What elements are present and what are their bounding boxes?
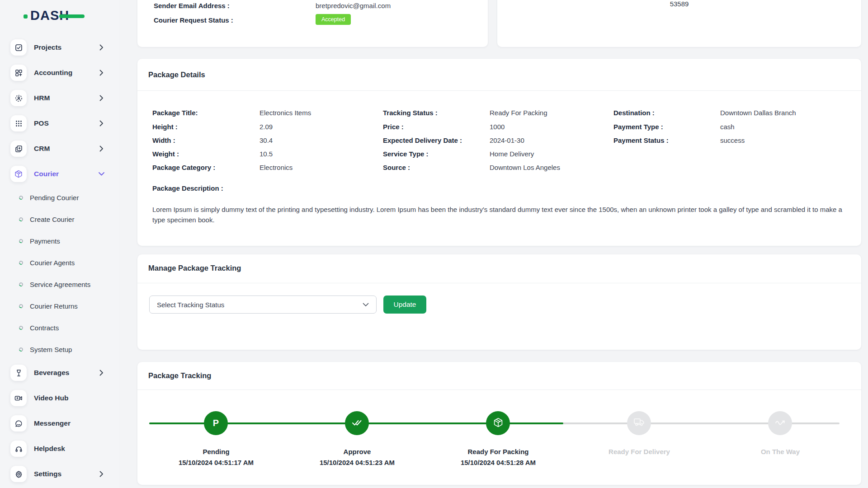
sidebar-subitem-label: Courier Agents	[30, 259, 75, 267]
divider	[137, 389, 861, 390]
field-label: Payment Type :	[613, 123, 663, 131]
timeline-step-circle	[486, 411, 510, 435]
sidebar-item-settings[interactable]: Settings	[0, 461, 119, 487]
double-check-icon	[352, 418, 362, 428]
field-label: Package Title:	[152, 109, 198, 117]
request-status-label: Courier Request Status :	[154, 16, 233, 24]
field-value: Home Delivery	[490, 150, 534, 158]
package-icon	[10, 166, 27, 182]
field-value: 30.4	[259, 136, 273, 144]
field-value: Downtown Los Angeles	[490, 164, 560, 171]
barcode-card: 53589	[497, 0, 861, 47]
bullet-icon	[19, 347, 24, 352]
sidebar-item-pos[interactable]: POS	[0, 111, 119, 136]
headphones-icon	[10, 441, 27, 457]
truck-icon	[634, 418, 645, 428]
package-icon	[493, 418, 503, 429]
divider	[137, 283, 861, 283]
sidebar-item-hrm[interactable]: HRM	[0, 85, 119, 111]
widgets-icon	[10, 65, 27, 81]
divider	[137, 90, 861, 91]
sidebar-subitem-courier-agents[interactable]: Courier Agents	[0, 252, 119, 273]
timeline-step-timestamp: 15/10/2024 04:51:28 AM	[444, 459, 552, 466]
manage-tracking-card: Manage Package Tracking Select Tracking …	[137, 254, 861, 350]
video-camera-icon	[10, 390, 27, 406]
field-value: Downtown Dallas Branch	[720, 109, 796, 117]
field-label: Height :	[152, 123, 178, 131]
brand-logo[interactable]: DASH	[30, 8, 69, 25]
tracking-status-select[interactable]: Select Tracking Status	[149, 296, 377, 314]
letter-p-icon: P	[213, 418, 219, 428]
timeline-step-label: Pending	[162, 448, 270, 455]
sidebar-item-helpdesk[interactable]: Helpdesk	[0, 436, 119, 461]
field-label: Price :	[383, 123, 404, 131]
sidebar-subitem-label: Pending Courier	[30, 194, 79, 202]
sidebar-subitem-courier-returns[interactable]: Courier Returns	[0, 295, 119, 317]
chevron-right-icon	[99, 95, 104, 101]
timeline-step-circle	[345, 411, 369, 435]
chevron-right-icon	[99, 70, 104, 76]
timeline-step-circle	[768, 411, 792, 435]
sidebar-item-label: Courier	[34, 170, 59, 178]
bullet-icon	[19, 195, 24, 200]
field-label: Expected Delivery Date :	[383, 136, 462, 144]
sidebar-subitem-label: Courier Returns	[30, 302, 78, 310]
package-details-card: Package Details Package Title: Electroni…	[137, 59, 861, 246]
bullet-icon	[19, 325, 24, 330]
sidebar-item-messenger[interactable]: Messenger	[0, 411, 119, 436]
chevron-right-icon	[99, 44, 104, 51]
package-tracking-card: Package Tracking P Pending 15/10/2024 04…	[137, 362, 861, 485]
bullet-icon	[19, 303, 24, 309]
wine-glass-icon	[10, 365, 27, 381]
timeline-step-label: Approve	[303, 448, 411, 455]
bullet-icon	[19, 260, 24, 265]
package-tracking-title: Package Tracking	[148, 371, 211, 380]
gear-icon	[10, 466, 27, 482]
sidebar: DASH Projects Accounting HRM	[0, 0, 119, 488]
sidebar-item-label: Settings	[34, 470, 61, 478]
field-label: Width :	[152, 136, 175, 144]
field-label: Service Type :	[383, 150, 429, 158]
chevron-right-icon	[99, 370, 104, 376]
field-value: 2024-01-30	[490, 136, 524, 144]
sidebar-item-projects[interactable]: Projects	[0, 35, 119, 60]
sidebar-item-accounting[interactable]: Accounting	[0, 60, 119, 85]
sidebar-item-crm[interactable]: CRM	[0, 136, 119, 161]
timeline-step-circle: P	[204, 411, 228, 435]
timeline-step-timestamp: 15/10/2024 04:51:23 AM	[303, 459, 411, 466]
sidebar-subitem-create-courier[interactable]: Create Courier	[0, 208, 119, 230]
sidebar-item-courier[interactable]: Courier	[0, 161, 119, 187]
sidebar-subitem-service-agreements[interactable]: Service Agreements	[0, 273, 119, 295]
manage-tracking-title: Manage Package Tracking	[148, 264, 241, 272]
sidebar-item-beverages[interactable]: Beverages	[0, 360, 119, 385]
sidebar-subitem-label: Payments	[30, 237, 60, 245]
sidebar-item-label: Beverages	[34, 369, 69, 377]
field-label: Payment Status :	[613, 136, 669, 144]
barcode-number: 53589	[497, 0, 861, 8]
sidebar-subitem-pending-courier[interactable]: Pending Courier	[0, 187, 119, 208]
sidebar-item-label: CRM	[34, 145, 50, 153]
field-value: cash	[720, 123, 735, 131]
sidebar-subitem-label: Contracts	[30, 324, 59, 332]
sidebar-item-label: HRM	[34, 94, 50, 102]
field-value: 2.09	[259, 123, 273, 131]
sidebar-subitem-label: Create Courier	[30, 216, 74, 223]
chevron-right-icon	[99, 145, 104, 152]
timeline-step-circle	[627, 411, 651, 435]
sidebar-item-label: Helpdesk	[34, 445, 65, 453]
sidebar-item-label: Video Hub	[34, 394, 68, 402]
sidebar-item-video-hub[interactable]: Video Hub	[0, 385, 119, 411]
sidebar-nav: Projects Accounting HRM POS	[0, 35, 119, 487]
field-value: 1000	[490, 123, 505, 131]
sender-email-label: Sender Email Address :	[154, 2, 230, 9]
update-button[interactable]: Update	[383, 296, 426, 314]
sidebar-subitem-payments[interactable]: Payments	[0, 230, 119, 252]
sidebar-subitem-contracts[interactable]: Contracts	[0, 317, 119, 338]
field-value: Electronics Items	[259, 109, 311, 117]
field-value: Electronics	[259, 164, 292, 171]
copy-icon	[10, 141, 27, 157]
sidebar-subitem-system-setup[interactable]: System Setup	[0, 338, 119, 360]
sidebar-item-label: Projects	[34, 43, 61, 52]
package-description-text: Lorem Ipsum is simply dummy text of the …	[152, 204, 852, 225]
chevron-right-icon	[99, 471, 104, 477]
